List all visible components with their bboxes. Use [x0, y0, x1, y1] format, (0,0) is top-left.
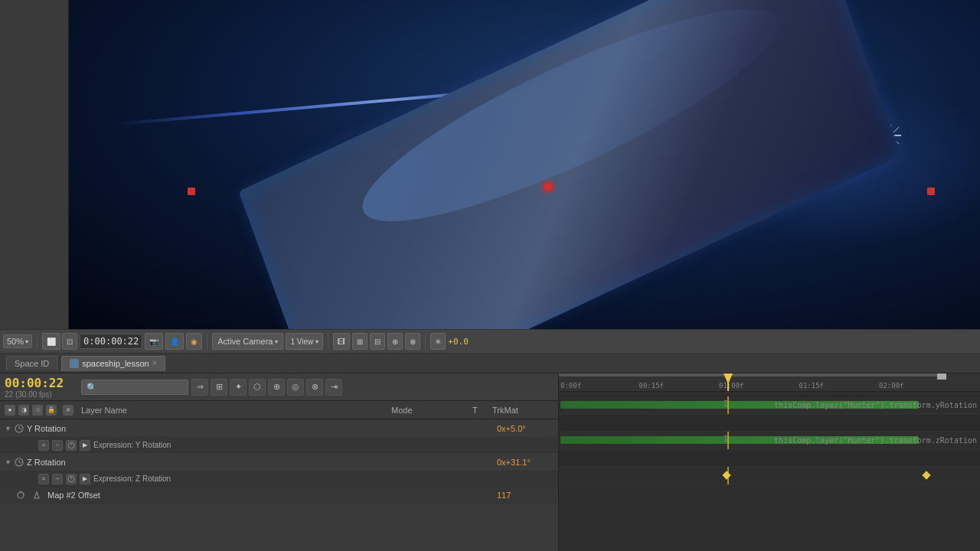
header-icons: ● ◑ ☆ 🔒 — [5, 405, 58, 416]
viewport-image — [69, 0, 980, 329]
expr-stopwatch-icon-y[interactable] — [66, 440, 77, 451]
viewport-marker-left — [188, 187, 195, 195]
layer-row-z-rotation: ▼ Z Rotation 0x+31.1° — [0, 453, 558, 471]
eye-col-icon[interactable]: ● — [5, 405, 15, 416]
expression-row-y: = ~ ▶ Expression: Y Rotation — [0, 438, 558, 453]
timeline-ruler[interactable]: 0:00f 00:15f 01:00f 01:15f 02:00f — [559, 373, 980, 392]
expr-stopwatch-icon-z[interactable] — [66, 474, 77, 484]
layers-area: ▼ Y Rotation 0x+5.0° = ~ ▶ Expression: Y… — [0, 419, 558, 551]
expr-play-icon-z[interactable]: ▶ — [80, 474, 90, 484]
tab-spaceship-lesson[interactable]: spaceship_lesson × — [61, 356, 165, 371]
timecode-display[interactable]: 0:00:00:22 — [80, 334, 142, 349]
expr-wave-icon-z[interactable]: ~ — [52, 474, 63, 484]
keyframe-diamond-left[interactable] — [722, 471, 730, 479]
timeline-panel: 00:00:22 22 (30.00 fps) ⇒ ⊞ ✦ ⬡ ⊕ ◎ ⊗ ⇥ — [0, 373, 980, 551]
tab-space-id[interactable]: Space ID — [6, 356, 57, 370]
keyframe-diamond-right[interactable] — [922, 471, 930, 479]
pin-btn[interactable]: ◎ — [287, 379, 304, 396]
parent-link-btn[interactable]: ⇒ — [191, 379, 208, 396]
z-rotation-expand[interactable]: ▼ — [5, 458, 11, 466]
frame-viewer-btn[interactable]: ⬜ — [42, 333, 60, 350]
expr-play-icon-y[interactable]: ▶ — [80, 440, 90, 451]
y-rotation-stopwatch-icon[interactable] — [14, 423, 24, 434]
sep2 — [207, 334, 207, 349]
playhead[interactable] — [727, 373, 729, 391]
snapshot-btn[interactable]: 📷 — [145, 333, 163, 350]
track-z-ibeam: ⌶ — [724, 434, 728, 442]
camera-tools-btn[interactable]: ⊕ — [387, 333, 403, 350]
expr-eq-icon-z[interactable]: = — [38, 474, 49, 484]
color-btn[interactable]: ◉ — [186, 333, 202, 350]
y-rotation-value[interactable]: 0x+5.0° — [497, 424, 558, 433]
lock-col-icon[interactable]: 🔒 — [46, 405, 57, 416]
fps-display: 22 (30.00 fps) — [5, 390, 74, 399]
zoom-group: 50% ▾ — [3, 334, 32, 348]
track-map-offset[interactable] — [559, 467, 980, 485]
track-y-rotation[interactable]: ⌶ thisComp.layer("Hunter").transform.yRo… — [559, 396, 980, 415]
sep3 — [328, 334, 328, 349]
blend-btn[interactable]: ⊗ — [306, 379, 323, 396]
column-headers: ● ◑ ☆ 🔒 # Layer Name Mode T TrkMat — [0, 401, 558, 419]
work-area-bar — [559, 373, 946, 377]
track-y-expr — [559, 415, 980, 432]
left-panel — [0, 0, 69, 329]
map-offset-rotate-icon[interactable] — [15, 490, 26, 500]
timeline-right: 0:00f 00:15f 01:00f 01:15f 02:00f — [559, 373, 980, 551]
layer-row-y-rotation: ▼ Y Rotation 0x+5.0° — [0, 419, 558, 438]
solo-col-icon[interactable]: ☆ — [32, 405, 43, 416]
viewport-marker-center — [543, 181, 554, 192]
tab-close-btn[interactable]: × — [152, 359, 157, 367]
viewer-buttons: ⬜ ⊡ — [42, 333, 77, 350]
zoom-value: 50% — [7, 337, 24, 346]
user-btn[interactable]: 👤 — [165, 333, 184, 350]
ruler-115: 01:15f — [799, 382, 825, 390]
map-offset-triangle-icon[interactable] — [31, 490, 42, 500]
ruler-15: 00:15f — [639, 382, 665, 390]
effect-btn[interactable]: ✦ — [230, 379, 247, 396]
expr-code-y: thisComp.layer("Hunter").transform.yRota… — [771, 396, 980, 414]
offset-value: +0.0 — [448, 337, 469, 347]
grid-btn[interactable]: ⊟ — [370, 333, 385, 350]
y-rotation-expand[interactable]: ▼ — [5, 425, 11, 432]
full-screen-btn[interactable]: ⊡ — [62, 333, 77, 350]
viewport[interactable] — [69, 0, 980, 329]
layer-btn[interactable]: ⊞ — [211, 379, 227, 396]
expr-eq-icon-y[interactable]: = — [38, 440, 49, 451]
work-area-end-marker[interactable] — [937, 373, 946, 380]
view-label: 1 View — [290, 337, 313, 346]
mask-btn[interactable]: ⬡ — [249, 379, 266, 396]
transparency-btn[interactable]: ⊞ — [352, 333, 368, 350]
comp-tabs: Space ID spaceship_lesson × — [0, 354, 980, 373]
timeline-icon-row: ⇒ ⊞ ✦ ⬡ ⊕ ◎ ⊗ ⇥ — [191, 379, 342, 396]
active-camera-dropdown[interactable]: Active Camera ▾ — [212, 333, 283, 350]
active-camera-label: Active Camera — [217, 337, 273, 346]
camera-caret: ▾ — [275, 338, 278, 345]
ruler-marks: 0:00f 00:15f 01:00f 01:15f 02:00f — [559, 373, 980, 391]
map-offset-value[interactable]: 117 — [497, 491, 558, 500]
layer-name-header: Layer Name — [81, 406, 387, 415]
ruler-2: 02:00f — [879, 382, 904, 390]
timeline-left: 00:00:22 22 (30.00 fps) ⇒ ⊞ ✦ ⬡ ⊕ ◎ ⊗ ⇥ — [0, 373, 559, 551]
3d-btn[interactable]: ⊕ — [268, 379, 285, 396]
z-rotation-value[interactable]: 0x+31.1° — [497, 458, 558, 467]
motion-blur-btn[interactable]: ✳ — [430, 333, 446, 350]
search-input[interactable] — [81, 380, 188, 395]
track-z-rotation[interactable]: ⌶ thisComp.layer("Hunter").transform.zRo… — [559, 432, 980, 450]
hash-col-icon[interactable]: # — [63, 405, 74, 416]
zoom-dropdown[interactable]: 50% ▾ — [3, 334, 32, 348]
comp-btn[interactable]: 🎞 — [333, 333, 350, 350]
t-header: T — [472, 406, 488, 415]
viewport-area — [0, 0, 980, 329]
expr-wave-icon-y[interactable]: ~ — [52, 440, 63, 451]
sep1 — [37, 334, 38, 349]
view-dropdown[interactable]: 1 View ▾ — [286, 333, 323, 350]
viewport-marker-right — [927, 187, 935, 195]
audio-col-icon[interactable]: ◑ — [18, 405, 29, 416]
sep4 — [425, 334, 426, 349]
sync-btn[interactable]: ⊗ — [405, 333, 420, 350]
export-btn[interactable]: ⇥ — [325, 379, 342, 396]
layer-row-map-offset: Map #2 Offset 117 — [0, 487, 558, 504]
zoom-caret: ▾ — [25, 338, 28, 345]
timeline-controls: 00:00:22 22 (30.00 fps) ⇒ ⊞ ✦ ⬡ ⊕ ◎ ⊗ ⇥ — [0, 373, 558, 401]
z-rotation-stopwatch-icon[interactable] — [14, 457, 24, 468]
